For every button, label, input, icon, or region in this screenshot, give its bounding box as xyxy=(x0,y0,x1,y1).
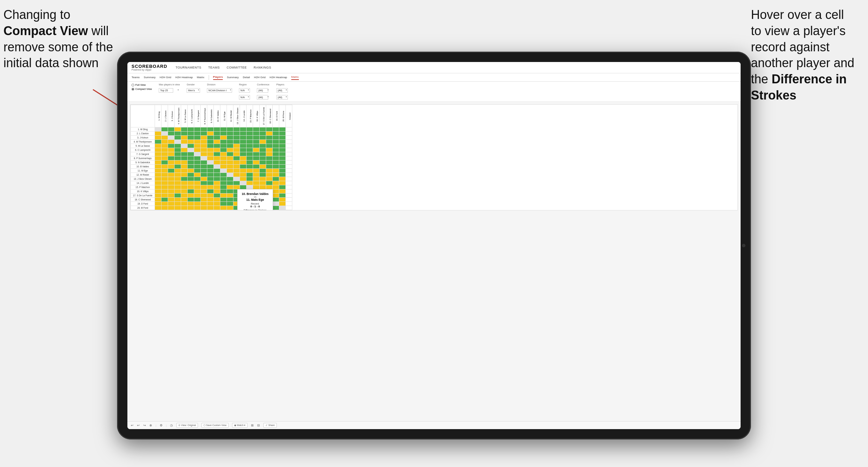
matrix-cell[interactable] xyxy=(279,173,286,177)
settings-icon[interactable]: ⚙ xyxy=(160,424,163,427)
matrix-cell[interactable] xyxy=(207,156,214,160)
matrix-cell[interactable] xyxy=(175,198,181,202)
matrix-cell[interactable] xyxy=(161,194,168,198)
matrix-cell[interactable] xyxy=(181,173,188,177)
matrix-cell[interactable] xyxy=(227,136,233,140)
sub-nav-h2h-heatmap[interactable]: H2H Heatmap xyxy=(175,75,193,80)
matrix-cell[interactable] xyxy=(194,127,201,132)
matrix-cell[interactable] xyxy=(286,198,292,202)
matrix-cell[interactable] xyxy=(260,140,266,144)
matrix-cell[interactable] xyxy=(279,132,286,136)
matrix-cell[interactable] xyxy=(207,181,214,185)
matrix-cell[interactable] xyxy=(260,152,266,156)
matrix-cell[interactable] xyxy=(194,169,201,173)
matrix-cell[interactable] xyxy=(253,206,260,210)
matrix-cell[interactable] xyxy=(201,202,207,206)
matrix-cell[interactable] xyxy=(253,148,260,152)
matrix-cell[interactable] xyxy=(240,127,247,132)
matrix-cell[interactable] xyxy=(168,189,175,194)
matrix-cell[interactable] xyxy=(273,206,279,210)
matrix-cell[interactable] xyxy=(247,140,253,144)
matrix-cell[interactable] xyxy=(207,140,214,144)
matrix-cell[interactable] xyxy=(168,132,175,136)
matrix-cell[interactable] xyxy=(266,156,273,160)
matrix-cell[interactable] xyxy=(253,152,260,156)
matrix-cell[interactable] xyxy=(201,127,207,132)
matrix-cell[interactable] xyxy=(168,202,175,206)
matrix-cell[interactable] xyxy=(220,206,227,210)
matrix-cell[interactable] xyxy=(286,127,292,132)
matrix-cell[interactable] xyxy=(260,136,266,140)
matrix-cell[interactable] xyxy=(175,127,181,132)
matrix-cell[interactable] xyxy=(227,156,233,160)
matrix-cell[interactable] xyxy=(260,165,266,169)
matrix-cell[interactable] xyxy=(194,185,201,189)
matrix-cell[interactable] xyxy=(161,181,168,185)
matrix-cell[interactable] xyxy=(273,132,279,136)
matrix-cell[interactable] xyxy=(175,185,181,189)
matrix-cell[interactable] xyxy=(161,173,168,177)
matrix-cell[interactable] xyxy=(201,198,207,202)
matrix-cell[interactable] xyxy=(214,156,220,160)
matrix-cell[interactable] xyxy=(188,136,194,140)
matrix-cell[interactable] xyxy=(240,185,247,189)
matrix-cell[interactable] xyxy=(175,156,181,160)
matrix-cell[interactable] xyxy=(161,165,168,169)
matrix-cell[interactable] xyxy=(168,185,175,189)
matrix-cell[interactable] xyxy=(175,169,181,173)
matrix-cell[interactable] xyxy=(253,181,260,185)
filter-gender-select[interactable]: Men's xyxy=(187,88,200,93)
matrix-cell[interactable] xyxy=(227,169,233,173)
matrix-cell[interactable] xyxy=(279,152,286,156)
matrix-cell[interactable] xyxy=(253,177,260,181)
matrix-cell[interactable] xyxy=(233,148,240,152)
matrix-cell[interactable] xyxy=(220,177,227,181)
matrix-cell[interactable] xyxy=(227,189,233,194)
filter-players-select1[interactable]: (All) xyxy=(276,88,288,93)
matrix-cell[interactable] xyxy=(247,165,253,169)
filter-region-select2[interactable]: N/A xyxy=(239,95,250,100)
matrix-cell[interactable] xyxy=(233,136,240,140)
matrix-cell[interactable] xyxy=(201,148,207,152)
matrix-cell[interactable] xyxy=(181,148,188,152)
matrix-cell[interactable] xyxy=(233,189,240,194)
clock-icon[interactable]: ◷ xyxy=(170,424,173,427)
matrix-cell[interactable] xyxy=(260,173,266,177)
matrix-cell[interactable] xyxy=(181,189,188,194)
sub-nav-teams[interactable]: Teams xyxy=(132,75,140,80)
matrix-cell[interactable] xyxy=(214,136,220,140)
matrix-cell[interactable] xyxy=(286,148,292,152)
matrix-cell[interactable] xyxy=(214,132,220,136)
matrix-cell[interactable] xyxy=(247,160,253,165)
matrix-cell[interactable] xyxy=(181,136,188,140)
matrix-cell[interactable] xyxy=(279,202,286,206)
matrix-cell[interactable] xyxy=(214,127,220,132)
matrix-cell[interactable] xyxy=(181,202,188,206)
matrix-cell[interactable] xyxy=(194,152,201,156)
matrix-cell[interactable] xyxy=(227,194,233,198)
matrix-cell[interactable] xyxy=(155,206,161,210)
matrix-cell[interactable] xyxy=(227,181,233,185)
matrix-cell[interactable] xyxy=(286,181,292,185)
matrix-cell[interactable] xyxy=(194,198,201,202)
matrix-cell[interactable] xyxy=(214,177,220,181)
matrix-cell[interactable] xyxy=(188,160,194,165)
matrix-cell[interactable] xyxy=(233,198,240,202)
matrix-cell[interactable] xyxy=(266,177,273,181)
matrix-cell[interactable] xyxy=(286,177,292,181)
matrix-cell[interactable] xyxy=(161,198,168,202)
matrix-cell[interactable] xyxy=(194,144,201,148)
matrix-cell[interactable] xyxy=(175,136,181,140)
matrix-cell[interactable] xyxy=(240,202,247,206)
matrix-cell[interactable] xyxy=(175,206,181,210)
matrix-cell[interactable] xyxy=(175,140,181,144)
matrix-cell[interactable] xyxy=(273,181,279,185)
compact-view-option[interactable]: Compact View xyxy=(132,87,152,91)
matrix-cell[interactable] xyxy=(155,152,161,156)
save-custom-button[interactable]: ⬡ Save Custom View xyxy=(201,423,229,428)
matrix-cell[interactable] xyxy=(279,160,286,165)
matrix-cell[interactable] xyxy=(220,152,227,156)
matrix-cell[interactable] xyxy=(273,194,279,198)
matrix-cell[interactable] xyxy=(168,198,175,202)
filter-region-select1[interactable]: N/A xyxy=(239,88,250,93)
